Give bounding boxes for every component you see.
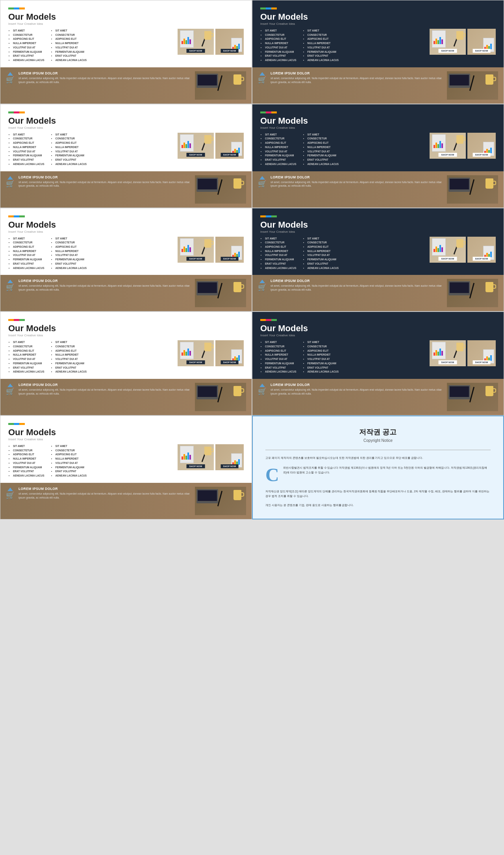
slide-title: Our Models <box>260 116 496 126</box>
copyright-body-3: 저작재산권 양도계약[조건] 에따른 양도계약의 단체를 관리하는 한국저작권위… <box>265 489 491 499</box>
cart-icon: 🛒 <box>258 76 267 83</box>
cart-scene-image <box>447 175 498 204</box>
product-images: SHOP NOWSHOP NOW <box>178 133 244 159</box>
bullet-item: CONSECTETUR <box>56 33 87 37</box>
copyright-slide: 저작권 공고Copyright Notice고유 페이지 제작자의 콘텐츠를 보… <box>252 415 504 519</box>
bullet-item: AENEAN LACINIA LACUS <box>265 58 296 63</box>
cart-arrow-icon <box>7 280 13 283</box>
cart-icon-area: 🛒 <box>258 280 267 291</box>
bullet-item: ERAT VOLUTPAT <box>308 366 339 370</box>
cart-body: sit amet, consectetur adipiscing elit. N… <box>271 388 443 396</box>
accent-bar <box>260 7 277 9</box>
bullet-item: ERAT VOLUTPAT <box>265 366 296 370</box>
bullet-item: SIT AMET <box>56 29 87 33</box>
cart-body: sit amet, consectetur adipiscing elit. N… <box>19 284 191 292</box>
bullet-item: NULLA IMPERDIET <box>308 249 339 254</box>
cart-icon-area: 🛒 <box>258 384 267 395</box>
bullet-item: VOLUTPAT DUI AT <box>56 461 87 466</box>
bullet-item: AENEAN LACINIA LACUS <box>308 266 339 271</box>
bullet-item: ADIPISCING ELIT <box>265 349 296 353</box>
bullet-col-2: SIT AMETCONSECTETURADIPISCING ELITNULLA … <box>51 444 87 478</box>
bullet-item: VOLUTPAT DUI AT <box>265 357 296 362</box>
product-section: Our ModelsInsert Your Creative IdeaSIT A… <box>0 208 252 275</box>
copyright-title: 저작권 공고 <box>265 427 491 437</box>
bullet-item: NULLA IMPERDIET <box>265 249 296 254</box>
bullet-item: AENEAN LACINIA LACUS <box>56 370 87 374</box>
cart-body: sit amet, consectetur adipiscing elit. N… <box>19 76 191 84</box>
bullet-item: VOLUTPAT DUI AT <box>265 253 296 258</box>
bullet-col-2: SIT AMETCONSECTETURADIPISCING ELITNULLA … <box>51 237 87 271</box>
cart-title: LOREM IPSUM DOLOR <box>271 175 443 179</box>
bullet-item: VOLUTPAT DUI AT <box>56 357 87 362</box>
cart-icon-area: 🛒 <box>6 280 15 291</box>
bullet-item: AENEAN LACINIA LACUS <box>265 370 296 374</box>
bullet-item: CONSECTETUR <box>56 241 87 245</box>
cart-title: LOREM IPSUM DOLOR <box>271 279 443 283</box>
cart-title: LOREM IPSUM DOLOR <box>19 71 191 75</box>
bullet-item: SIT AMET <box>56 340 87 345</box>
copyright-body-1: 고유 페이지 제작자의 콘텐츠를 보호하며 필요하십시오는데 또한 저작권법에 … <box>265 456 491 461</box>
bullet-item: CONSECTETUR <box>265 137 296 141</box>
bullet-col-1: SIT AMETCONSECTETURADIPISCING ELITNULLA … <box>260 133 296 167</box>
slide-subtitle: Insert Your Creative Idea <box>8 438 244 441</box>
bullet-item: FERMENTUM ALIQUAM <box>13 362 44 366</box>
bullet-col-1: SIT AMETCONSECTETURADIPISCING ELITNULLA … <box>260 340 296 374</box>
slide-7: Our ModelsInsert Your Creative IdeaSIT A… <box>0 312 252 415</box>
bullet-item: VOLUTPAT DUI AT <box>13 461 44 466</box>
slide-3: Our ModelsInsert Your Creative IdeaSIT A… <box>0 104 252 208</box>
bullet-item: SIT AMET <box>308 133 339 137</box>
cart-title: LOREM IPSUM DOLOR <box>19 487 191 491</box>
bullet-item: VOLUTPAT DUI AT <box>13 253 44 258</box>
accent-bar <box>8 111 25 113</box>
bullet-item: ERAT VOLUTPAT <box>56 262 87 266</box>
bullet-item: NULLA IMPERDIET <box>56 145 87 150</box>
cart-arrow-icon <box>259 72 265 76</box>
cart-section: 🛒LOREM IPSUM DOLORsit amet, consectetur … <box>0 275 252 311</box>
product-section: Our ModelsInsert Your Creative IdeaSIT A… <box>0 104 252 171</box>
bullet-item: AENEAN LACINIA LACUS <box>13 266 44 271</box>
product-section: Our ModelsInsert Your Creative IdeaSIT A… <box>0 416 252 483</box>
cart-arrow-icon <box>7 384 13 387</box>
bullet-item: ADIPISCING ELIT <box>13 453 44 457</box>
slide-subtitle: Insert Your Creative Idea <box>260 22 496 26</box>
accent-bar <box>260 111 277 113</box>
slide-title: Our Models <box>8 220 244 230</box>
cart-section: 🛒LOREM IPSUM DOLORsit amet, consectetur … <box>0 379 252 415</box>
bullet-item: ERAT VOLUTPAT <box>56 158 87 162</box>
bullet-item: SIT AMET <box>13 133 44 137</box>
cart-text: LOREM IPSUM DOLORsit amet, consectetur a… <box>271 279 443 292</box>
bullet-item: ERAT VOLUTPAT <box>56 366 87 370</box>
cart-section: 🛒LOREM IPSUM DOLORsit amet, consectetur … <box>252 171 504 208</box>
bullet-item: NULLA IMPERDIET <box>56 457 87 461</box>
slide-4: Our ModelsInsert Your Creative IdeaSIT A… <box>252 104 504 208</box>
bullet-item: ADIPISCING ELIT <box>56 37 87 41</box>
product-section: Our ModelsInsert Your Creative IdeaSIT A… <box>252 0 504 67</box>
product-section: Our ModelsInsert Your Creative IdeaSIT A… <box>252 104 504 171</box>
slide-subtitle: Insert Your Creative Idea <box>8 126 244 130</box>
product-section: Our ModelsInsert Your Creative IdeaSIT A… <box>252 312 504 379</box>
copyright-c-icon: C <box>265 466 279 484</box>
bullet-item: CONSECTETUR <box>56 345 87 349</box>
cart-arrow-icon <box>259 176 265 180</box>
slide-subtitle: Insert Your Creative Idea <box>260 334 496 337</box>
cart-body: sit amet, consectetur adipiscing elit. N… <box>19 388 191 396</box>
bullet-item: ERAT VOLUTPAT <box>13 262 44 266</box>
bullet-col-1: SIT AMETCONSECTETURADIPISCING ELITNULLA … <box>8 237 44 271</box>
cart-body: sit amet, consectetur adipiscing elit. N… <box>271 284 443 292</box>
slide-title: Our Models <box>260 323 496 334</box>
cart-arrow-icon <box>7 488 13 491</box>
bullet-item: ADIPISCING ELIT <box>308 245 339 249</box>
cart-icon: 🛒 <box>6 284 15 291</box>
product-images: SHOP NOWSHOP NOW <box>430 237 496 263</box>
bullet-col-2: SIT AMETCONSECTETURADIPISCING ELITNULLA … <box>303 237 339 271</box>
cart-arrow-icon <box>7 72 13 76</box>
accent-bar <box>260 319 277 321</box>
product-section: Our ModelsInsert Your Creative IdeaSIT A… <box>252 208 504 275</box>
bullet-col-1: SIT AMETCONSECTETURADIPISCING ELITNULLA … <box>260 29 296 63</box>
bullet-item: ADIPISCING ELIT <box>265 141 296 145</box>
bullet-col-2: SIT AMETCONSECTETURADIPISCING ELITNULLA … <box>51 340 87 374</box>
bullet-item: SIT AMET <box>13 444 44 449</box>
bullet-item: SIT AMET <box>56 444 87 449</box>
bullet-item: CONSECTETUR <box>13 345 44 349</box>
slide-title: Our Models <box>8 116 244 126</box>
